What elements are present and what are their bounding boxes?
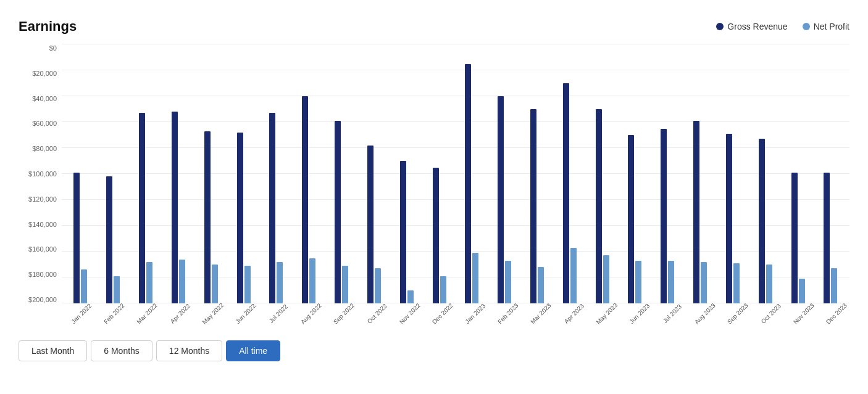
bar-group [684, 44, 717, 303]
gross-bar [269, 113, 275, 303]
gross-bar [302, 96, 308, 303]
bar-group [423, 44, 456, 303]
net-bar [766, 265, 772, 303]
y-axis-label: $0 [19, 44, 62, 52]
y-axis-label: $100,000 [19, 170, 62, 178]
x-axis-label: Mar 2023 [527, 300, 568, 340]
x-axis-label: Apr 2023 [560, 300, 601, 340]
y-axis-label: $180,000 [19, 271, 62, 278]
legend-gross: Gross Revenue [716, 22, 787, 31]
gross-bar [726, 134, 732, 303]
x-axis-label: Oct 2022 [363, 300, 404, 340]
gross-bar [498, 96, 504, 303]
bar-group [293, 44, 325, 303]
x-axis-label: Sep 2022 [330, 300, 371, 340]
chart-area: $200,000$180,000$160,000$140,000$120,000… [19, 44, 849, 328]
x-axis-label: Mar 2022 [133, 300, 174, 340]
bar-group [194, 44, 227, 303]
net-bar [244, 266, 251, 303]
net-bar [375, 268, 381, 303]
net-dot [803, 23, 810, 30]
bar-group [586, 44, 619, 303]
bar-group [325, 44, 358, 303]
gross-bar [433, 168, 439, 304]
filter-button-6-months[interactable]: 6 Months [91, 340, 152, 361]
y-axis-label: $120,000 [19, 195, 62, 203]
net-label: Net Profit [814, 22, 849, 31]
net-bar [570, 248, 577, 303]
bar-group [456, 44, 488, 303]
bar-group [130, 44, 162, 303]
gross-bar [335, 121, 341, 303]
chart-header: Earnings Gross Revenue Net Profit [19, 18, 849, 35]
bar-group [260, 44, 293, 303]
bar-group [227, 44, 260, 303]
x-axis-label: Sep 2023 [724, 300, 765, 340]
net-bar [505, 261, 511, 303]
gross-bar [596, 109, 602, 303]
x-labels: Jan 2022Feb 2022Mar 2022Apr 2022May 2022… [62, 303, 849, 328]
chart-title: Earnings [19, 18, 77, 35]
net-bar [440, 276, 446, 303]
gross-bar [628, 135, 634, 303]
gross-bar [465, 64, 471, 304]
net-bar [831, 268, 837, 303]
bars-wrapper [62, 44, 849, 303]
filter-button-12-months[interactable]: 12 Months [156, 340, 222, 361]
net-bar [407, 290, 414, 303]
net-bar [603, 255, 609, 303]
x-axis-label: Dec 2023 [822, 300, 863, 340]
gross-dot [716, 23, 724, 30]
gross-bar [791, 173, 798, 303]
gross-bar [661, 129, 667, 304]
gross-label: Gross Revenue [727, 22, 787, 31]
net-bar [701, 262, 707, 303]
net-bar [733, 263, 740, 303]
filter-button-all-time[interactable]: All time [226, 340, 280, 361]
y-axis-label: $160,000 [19, 245, 62, 253]
gross-bar [172, 112, 178, 303]
net-bar [309, 258, 315, 304]
y-axis-label: $60,000 [19, 120, 62, 127]
y-axis: $200,000$180,000$160,000$140,000$120,000… [19, 44, 62, 303]
filter-buttons: Last Month6 Months12 MonthsAll time [19, 340, 849, 361]
net-bar [114, 276, 120, 303]
gross-bar [106, 176, 112, 303]
bar-group [162, 44, 194, 303]
bar-group [619, 44, 651, 303]
gross-bar [759, 139, 765, 303]
bar-group [749, 44, 782, 303]
bar-group [390, 44, 423, 303]
y-axis-label: $200,000 [19, 296, 62, 303]
legend-net: Net Profit [803, 22, 849, 31]
gross-bar [139, 113, 145, 303]
net-bar [472, 253, 478, 303]
gross-bar [530, 109, 536, 303]
net-bar [668, 261, 674, 303]
bar-group [488, 44, 521, 303]
gross-bar [400, 161, 406, 303]
gross-bar [563, 83, 569, 303]
net-bar [277, 262, 283, 303]
filter-button-last-month[interactable]: Last Month [19, 340, 87, 361]
y-axis-label: $40,000 [19, 95, 62, 102]
gross-bar [73, 173, 80, 303]
net-bar [179, 260, 185, 303]
earnings-chart-container: Earnings Gross Revenue Net Profit $200,0… [12, 12, 856, 361]
bar-group [553, 44, 586, 303]
bar-group [814, 44, 847, 303]
bar-group [651, 44, 684, 303]
x-axis-label: Apr 2022 [166, 300, 207, 340]
net-bar [635, 261, 641, 303]
y-axis-label: $20,000 [19, 70, 62, 77]
net-bar [212, 265, 218, 303]
x-axis-label: Oct 2023 [757, 300, 798, 340]
gross-bar [367, 146, 373, 303]
net-bar [81, 269, 87, 303]
net-bar [538, 267, 544, 303]
y-axis-label: $80,000 [19, 145, 62, 152]
bar-group [521, 44, 554, 303]
gross-bar [693, 121, 699, 303]
bar-group [97, 44, 130, 303]
net-bar [799, 279, 805, 303]
